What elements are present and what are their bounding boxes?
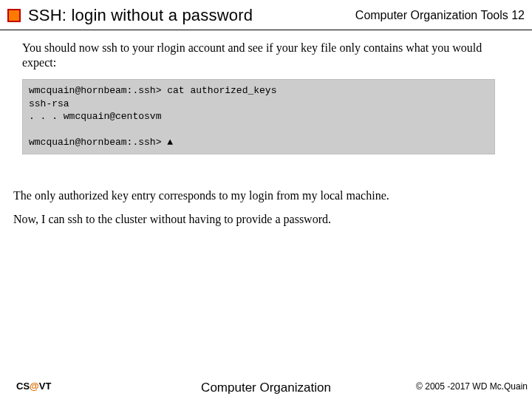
footer-vt: VT bbox=[39, 381, 52, 392]
slide-title: SSH: login without a password bbox=[28, 6, 355, 25]
slide-header: SSH: login without a password Computer O… bbox=[0, 0, 532, 30]
footer-left: CS@VT bbox=[16, 381, 51, 392]
intro-paragraph: You should now ssh to your rlogin accoun… bbox=[22, 41, 513, 70]
paragraph-2: The only authorized key entry correspond… bbox=[13, 188, 513, 203]
paragraph-3: Now, I can ssh to the cluster without ha… bbox=[13, 212, 513, 227]
terminal-block: wmcquain@hornbeam:.ssh> cat authorized_k… bbox=[22, 79, 495, 154]
footer-at: @ bbox=[30, 381, 39, 392]
content-area-2: The only authorized key entry correspond… bbox=[0, 168, 532, 227]
content-area: You should now ssh to your rlogin accoun… bbox=[0, 30, 532, 154]
footer-center: Computer Organization bbox=[201, 381, 331, 395]
footer-right: © 2005 -2017 WD Mc.Quain bbox=[416, 381, 528, 392]
course-label: Computer Organization Tools 12 bbox=[355, 9, 525, 22]
slide-footer: CS@VT Computer Organization © 2005 -2017… bbox=[0, 381, 532, 392]
footer-cs: CS bbox=[16, 381, 30, 392]
bullet-icon bbox=[7, 9, 21, 22]
